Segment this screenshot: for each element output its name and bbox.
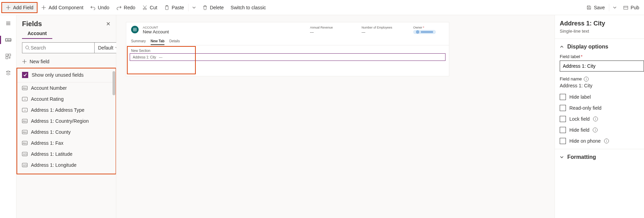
rail-tree-button[interactable]	[3, 67, 14, 78]
rail-fields-button[interactable]: Abc	[3, 34, 14, 45]
hamburger-button[interactable]	[3, 18, 14, 29]
info-icon[interactable]: i	[604, 139, 609, 143]
entity-icon	[131, 26, 139, 33]
info-icon[interactable]: i	[593, 117, 598, 121]
header-field[interactable]: Annual Revenue ---	[310, 26, 341, 34]
checkbox-icon	[560, 138, 566, 144]
fields-list[interactable]: Show only unused fields AbcAccount Numbe…	[17, 68, 116, 218]
publish-icon	[623, 5, 629, 10]
label: Paste	[172, 5, 184, 10]
cut-button[interactable]: Cut	[139, 2, 161, 13]
new-field-button[interactable]: New field	[17, 57, 116, 68]
props-subtitle: Single-line text	[560, 29, 644, 34]
label: Field name	[560, 76, 582, 81]
info-icon[interactable]: i	[584, 77, 589, 81]
label: Address 1: County	[31, 129, 71, 135]
hide-on-phone-checkbox[interactable]: Hide on phone i	[560, 138, 644, 144]
value: ---	[362, 30, 393, 34]
svg-rect-7	[6, 54, 8, 56]
svg-rect-2	[165, 6, 168, 10]
display-options-toggle[interactable]: Display options	[560, 44, 644, 50]
field-value: ---	[159, 55, 162, 59]
field-label-input[interactable]	[560, 61, 644, 72]
label: Address 1: Fax	[31, 140, 63, 146]
properties-panel: Address 1: City Single-line text Display…	[555, 15, 644, 218]
search-text[interactable]	[30, 45, 92, 51]
label: Hide field	[569, 127, 589, 133]
text-field-icon: Abc	[22, 141, 28, 145]
formatting-toggle[interactable]: Formatting	[560, 154, 644, 160]
tab-summary[interactable]: Summary	[131, 38, 146, 45]
paste-icon	[164, 5, 170, 10]
header-field-owner[interactable]: Owner*	[413, 26, 444, 34]
search-input[interactable]	[22, 42, 95, 53]
cut-icon	[142, 5, 148, 10]
label: Formatting	[567, 154, 596, 160]
svg-text:Abc: Abc	[7, 39, 11, 41]
section-label[interactable]: New Section	[130, 48, 446, 53]
add-field-button[interactable]: Add Field	[1, 2, 37, 13]
label: Cut	[150, 5, 157, 10]
optionset-icon: ▭	[22, 108, 28, 112]
field-item[interactable]: AbcAddress 1: Country/Region	[17, 116, 116, 127]
hide-label-checkbox[interactable]: Hide label	[560, 94, 644, 100]
field-item[interactable]: AbcAddress 1: County	[17, 127, 116, 138]
label: Field label	[560, 54, 580, 59]
header-field[interactable]: Number of Employees ---	[362, 26, 393, 34]
field-item[interactable]: ▭Address 1: Address Type	[17, 105, 116, 116]
checkbox-icon	[560, 105, 566, 111]
empty-field-slot[interactable]	[130, 61, 446, 70]
hide-field-checkbox[interactable]: Hide field i	[560, 127, 644, 133]
command-bar: Add Field Add Component Undo Redo Cut Pa…	[0, 0, 644, 15]
label: Account Number	[31, 85, 67, 91]
field-label: Address 1: City	[130, 55, 159, 59]
paste-dropdown[interactable]	[189, 2, 199, 13]
plus-icon	[6, 5, 11, 10]
form-canvas[interactable]: ACCOUNT New Account Annual Revenue --- N…	[116, 15, 555, 218]
record-title: New Account	[143, 29, 169, 34]
scrollbar-thumb[interactable]	[112, 71, 115, 95]
owner-pill	[413, 30, 436, 34]
field-item[interactable]: AbcAddress 1: Fax	[17, 138, 116, 149]
paste-button[interactable]: Paste	[161, 2, 187, 13]
label: Display options	[567, 44, 608, 50]
tab-new[interactable]: New Tab	[151, 38, 164, 45]
chevron-down-icon	[191, 5, 197, 10]
add-component-button[interactable]: Add Component	[37, 2, 87, 13]
redo-button[interactable]: Redo	[113, 2, 139, 13]
form-field-selected[interactable]: Address 1: City ---	[130, 53, 446, 61]
save-button[interactable]: Save	[583, 2, 608, 13]
checkbox-icon	[560, 116, 566, 122]
publish-button[interactable]: Pub	[620, 2, 643, 13]
entity-tab[interactable]: Account	[22, 31, 52, 39]
switch-to-classic-button[interactable]: Switch to classic	[227, 2, 269, 13]
delete-button[interactable]: Delete	[199, 2, 227, 13]
redo-icon	[116, 5, 122, 10]
tab-details[interactable]: Details	[169, 38, 180, 45]
label: Show only unused fields	[32, 72, 84, 78]
field-item[interactable]: AbcAccount Number	[17, 83, 116, 94]
label: Address 1: Address Type	[31, 107, 84, 113]
plus-icon	[41, 5, 46, 10]
save-icon	[586, 5, 592, 10]
fields-panel: Fields ✕ Account Default New field	[17, 15, 116, 218]
field-item[interactable]: 123Address 1: Latitude	[17, 149, 116, 160]
save-dropdown[interactable]	[610, 2, 620, 13]
field-item[interactable]: 123Address 1: Longitude	[17, 160, 116, 171]
info-icon[interactable]: i	[593, 128, 598, 132]
search-icon	[25, 45, 30, 50]
svg-point-10	[26, 46, 29, 49]
readonly-checkbox[interactable]: Read-only field	[560, 105, 644, 111]
close-icon[interactable]: ✕	[106, 21, 110, 27]
rail-components-button[interactable]	[3, 51, 14, 62]
text-field-icon: Abc	[22, 86, 28, 90]
text-field-icon: Abc	[22, 130, 28, 134]
label: Undo	[98, 5, 109, 10]
chevron-down-icon	[612, 5, 618, 10]
show-unused-toggle[interactable]: Show only unused fields	[17, 68, 116, 83]
field-item[interactable]: ▭Account Rating	[17, 94, 116, 105]
undo-button[interactable]: Undo	[87, 2, 112, 13]
label: Annual Revenue	[310, 26, 341, 29]
label: Read-only field	[569, 105, 601, 111]
lock-field-checkbox[interactable]: Lock field i	[560, 116, 644, 122]
